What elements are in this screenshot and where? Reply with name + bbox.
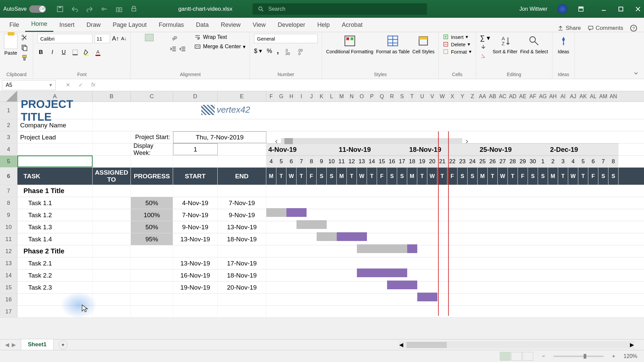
start-date-cell[interactable]: 9-Nov-19 [173,221,218,233]
row-header[interactable]: 4 [0,143,17,155]
name-box[interactable]: A5▾ [2,80,56,90]
print-icon[interactable] [130,5,138,13]
row-header[interactable]: 14 [0,269,17,281]
day-number[interactable]: 17 [397,156,407,167]
column-header[interactable]: AL [588,91,598,102]
find-select-button[interactable]: Find & Select [520,34,548,54]
column-header[interactable]: Q [377,91,387,102]
day-number[interactable]: 4 [568,156,578,167]
copy-icon[interactable] [20,44,29,51]
column-header[interactable]: AI [558,91,568,102]
day-of-week[interactable]: W [286,168,297,185]
column-header[interactable]: AG [538,91,548,102]
task-cell[interactable]: Task 1.2 [17,209,93,221]
sheet-nav-prev-icon[interactable]: ◀ [5,342,9,348]
day-of-week[interactable]: T [437,168,447,185]
selected-cell[interactable] [17,156,93,167]
tab-review[interactable]: Review [215,18,247,32]
column-header[interactable]: T [407,91,417,102]
row-header[interactable]: 5 [0,156,17,167]
row-header[interactable]: 6 [0,168,17,185]
zoom-slider[interactable] [553,356,604,357]
day-number[interactable]: 7 [598,156,608,167]
day-of-week[interactable]: W [357,168,367,185]
day-of-week[interactable]: W [427,168,437,185]
tab-data[interactable]: Data [190,18,215,32]
progress-cell[interactable]: 95% [131,233,173,245]
day-number[interactable]: 7 [297,156,307,167]
share-button[interactable]: Share [557,25,581,32]
column-header[interactable]: O [357,91,367,102]
decrease-font-icon[interactable]: A↓ [121,36,126,41]
sheet-tab[interactable]: Sheet1 [21,339,54,351]
zoom-out-icon[interactable]: − [542,353,545,359]
day-number[interactable]: 29 [518,156,528,167]
day-of-week[interactable]: M [337,168,347,185]
task-header[interactable]: TASK [17,168,93,185]
end-date-cell[interactable] [218,294,266,305]
end-date-cell[interactable]: 13-Nov-19 [218,221,266,233]
start-date-cell[interactable] [173,245,218,257]
cut-icon[interactable] [20,34,29,41]
day-of-week[interactable]: S [327,168,337,185]
day-number[interactable]: 1 [538,156,548,167]
row-header[interactable]: 10 [0,221,17,233]
day-number[interactable]: 8 [608,156,619,167]
add-sheet-button[interactable]: + [59,341,67,349]
orientation-icon[interactable]: ab [170,34,186,42]
progress-cell[interactable] [131,257,173,269]
day-of-week[interactable]: T [508,168,518,185]
format-cells-button[interactable]: Format ▾ [443,49,472,55]
row-header[interactable]: 3 [0,131,17,143]
column-header[interactable]: AC [498,91,508,102]
cell-styles-button[interactable]: Cell Styles [412,34,434,54]
day-number[interactable]: 16 [387,156,397,167]
decrease-decimal-icon[interactable]: .00.0 [296,47,304,55]
progress-cell[interactable] [131,269,173,281]
search-input[interactable]: Search [253,3,427,15]
day-number[interactable]: 18 [407,156,417,167]
assigned-cell[interactable] [93,257,131,269]
day-number[interactable]: 6 [286,156,297,167]
task-cell[interactable]: Task 2.1 [17,257,93,269]
task-cell[interactable]: Phase 2 Title [17,245,93,257]
sort-filter-button[interactable]: AZSort & Filter [493,34,518,54]
format-painter-icon[interactable] [20,54,29,61]
column-header[interactable]: J [307,91,317,102]
tab-draw[interactable]: Draw [80,18,107,32]
save-icon[interactable] [56,5,64,13]
conditional-formatting-button[interactable]: Conditional Formatting [326,34,373,54]
end-date-cell[interactable]: 18-Nov-19 [218,269,266,281]
assigned-cell[interactable] [93,209,131,221]
end-date-cell[interactable] [218,306,266,317]
day-of-week[interactable]: W [498,168,508,185]
progress-cell[interactable]: 50% [131,197,173,209]
end-date-cell[interactable]: 18-Nov-19 [218,233,266,245]
day-number[interactable]: 9 [317,156,327,167]
day-of-week[interactable]: T [488,168,498,185]
column-header[interactable]: V [427,91,437,102]
day-number[interactable]: 26 [488,156,498,167]
task-cell[interactable]: Task 1.3 [17,221,93,233]
row-header[interactable]: 16 [0,294,17,305]
font-size-select[interactable] [95,34,110,43]
page-layout-view-icon[interactable] [511,352,522,361]
increase-decimal-icon[interactable]: .0.00 [283,47,291,55]
task-cell[interactable]: Task 1.1 [17,197,93,209]
font-name-select[interactable] [37,34,93,43]
row-header[interactable]: 2 [0,119,17,131]
day-of-week[interactable]: T [347,168,357,185]
row-header[interactable]: 13 [0,257,17,269]
day-number[interactable]: 8 [307,156,317,167]
tab-home[interactable]: Home [25,17,53,32]
day-of-week[interactable]: S [608,168,619,185]
week-date[interactable]: 2-Dec-19 [548,143,619,155]
day-of-week[interactable]: T [578,168,588,185]
zoom-in-icon[interactable]: + [612,353,615,359]
bold-button[interactable]: B [37,49,45,56]
column-header[interactable]: AA [478,91,488,102]
start-date-cell[interactable]: 7-Nov-19 [173,209,218,221]
normal-view-icon[interactable] [500,352,511,361]
day-number[interactable]: 30 [528,156,538,167]
day-of-week[interactable]: S [397,168,407,185]
